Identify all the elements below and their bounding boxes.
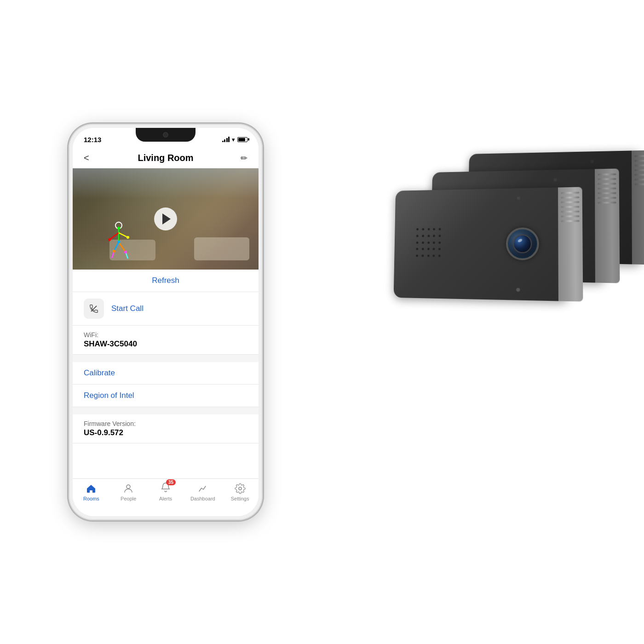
people-icon xyxy=(122,483,134,494)
wifi-label: WiFi: xyxy=(84,331,247,339)
svg-point-13 xyxy=(124,251,127,253)
camera-mount-2 xyxy=(595,168,620,283)
calibrate-row: Calibrate xyxy=(73,362,259,385)
tab-bar: Rooms People xyxy=(73,478,259,516)
tab-alerts[interactable]: 35 Alerts xyxy=(147,483,184,501)
camera-top-indicator-1 xyxy=(517,196,520,200)
wifi-value: SHAW-3C5040 xyxy=(84,339,247,349)
content-area: Refresh Start Call WiFi: xyxy=(73,270,259,443)
phone-notch xyxy=(136,128,196,142)
svg-point-15 xyxy=(126,485,130,489)
play-icon xyxy=(162,213,171,224)
rooms-icon xyxy=(85,483,97,494)
camera-top-indicator-2 xyxy=(554,178,557,181)
start-call-button[interactable]: Start Call xyxy=(111,304,144,313)
region-of-interest-row: Region of Intel xyxy=(73,385,259,407)
camera-mount-1 xyxy=(558,187,583,301)
settings-tab-label: Settings xyxy=(231,496,249,501)
camera-lens-1 xyxy=(506,227,539,260)
svg-line-3 xyxy=(114,242,119,251)
alerts-icon: 35 xyxy=(160,483,172,494)
video-feed[interactable] xyxy=(73,168,259,270)
camera-bottom-indicator-1 xyxy=(516,288,520,292)
phone-frame: 12:13 ▾ < Living Room xyxy=(69,124,262,520)
spacer-2 xyxy=(73,407,259,414)
camera-top-indicator-3 xyxy=(591,160,594,163)
camera-device-1 xyxy=(394,187,569,301)
page-title: Living Room xyxy=(138,153,193,163)
firmware-row: Firmware Version: US-0.9.572 xyxy=(73,414,259,443)
call-icon xyxy=(84,299,104,319)
region-of-interest-button[interactable]: Region of Intel xyxy=(84,391,134,400)
status-time: 12:13 xyxy=(84,136,101,144)
tab-dashboard[interactable]: Dashboard xyxy=(184,483,221,501)
firmware-label: Firmware Version: xyxy=(84,420,247,427)
svg-point-9 xyxy=(108,238,111,241)
status-icons: ▾ xyxy=(222,136,248,143)
tab-rooms[interactable]: Rooms xyxy=(73,483,110,501)
front-camera xyxy=(163,132,168,138)
svg-point-11 xyxy=(117,241,120,243)
wifi-row: WiFi: SHAW-3C5040 xyxy=(73,326,259,355)
rooms-tab-label: Rooms xyxy=(83,496,99,501)
calibrate-button[interactable]: Calibrate xyxy=(84,368,115,378)
cameras-group xyxy=(299,161,612,483)
firmware-value: US-0.9.572 xyxy=(84,428,247,437)
spacer-1 xyxy=(73,355,259,362)
scene: 12:13 ▾ < Living Room xyxy=(69,46,575,598)
camera-speaker-1 xyxy=(416,228,443,260)
svg-point-12 xyxy=(113,250,115,253)
nav-bar: < Living Room ✏ xyxy=(73,148,259,168)
settings-icon xyxy=(234,483,246,494)
alerts-tab-label: Alerts xyxy=(159,496,172,501)
camera-body-1 xyxy=(394,187,569,301)
alerts-badge: 35 xyxy=(166,479,176,485)
svg-line-4 xyxy=(119,242,126,252)
edit-button[interactable]: ✏ xyxy=(241,153,247,163)
tab-people[interactable]: People xyxy=(110,483,147,501)
svg-point-16 xyxy=(239,487,242,490)
play-button[interactable] xyxy=(154,207,177,230)
start-call-row: Start Call xyxy=(73,292,259,326)
svg-line-2 xyxy=(119,233,128,237)
phone-screen: 12:13 ▾ < Living Room xyxy=(73,128,259,516)
svg-point-8 xyxy=(117,227,120,230)
tab-settings[interactable]: Settings xyxy=(221,483,259,501)
svg-point-10 xyxy=(126,236,129,239)
dashboard-tab-label: Dashboard xyxy=(190,496,215,501)
wifi-icon: ▾ xyxy=(232,136,235,143)
back-button[interactable]: < xyxy=(84,153,89,163)
camera-mount-3 xyxy=(632,150,644,264)
battery-icon xyxy=(237,137,247,142)
refresh-row: Refresh xyxy=(73,270,259,292)
refresh-button[interactable]: Refresh xyxy=(152,276,179,285)
pose-skeleton xyxy=(100,219,137,260)
svg-line-1 xyxy=(109,233,119,240)
signal-icon xyxy=(222,137,230,142)
dashboard-icon xyxy=(197,483,209,494)
people-tab-label: People xyxy=(121,496,136,501)
